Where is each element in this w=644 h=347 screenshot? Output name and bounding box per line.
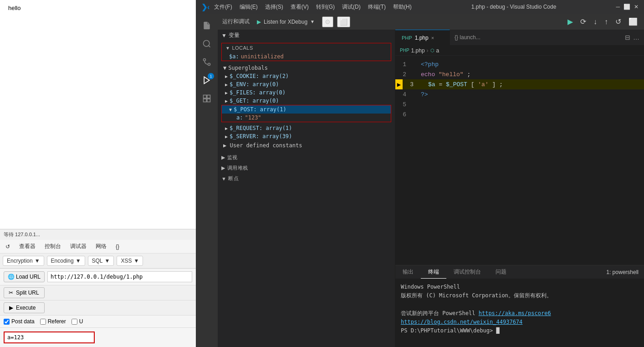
term-line-1: 版权所有 (C) Microsoft Corporation。保留所有权利。 [401,291,639,300]
request-arrow-icon: ▶ [225,126,228,131]
get-label: $_GET: array(0) [230,98,279,104]
reload-icon[interactable]: ↺ [3,243,13,251]
term-line-0: Windows PowerShell [401,283,639,291]
get-item[interactable]: ▶ $_GET: array(0) [218,97,395,105]
line-num-3: 3 [403,81,421,88]
env-item[interactable]: ▶ $_ENV: array(0) [218,80,395,88]
restart-button[interactable]: ↺ [613,16,623,27]
activity-git-icon[interactable] [199,54,215,70]
server-item[interactable]: ▶ $_SERVER: array(39) [218,132,395,140]
main-split: 运行和调试 ▶ Listen for XDebug ▼ ⚙ ⬜ ▶ ⟳ ↓ ↑ … [218,14,644,347]
play-icon: ▶ [257,19,261,25]
execute-button[interactable]: ▶ Execute [4,302,45,313]
menu-terminal[interactable]: 终端(T) [368,3,386,11]
useragent-checkbox[interactable] [72,319,77,325]
url-input[interactable] [47,271,192,282]
superglobals-arrow-icon: ▼ [223,65,226,71]
post-a-item[interactable]: a: "123" [222,114,391,122]
checkboxes-row: Post data Referer U [0,316,196,328]
menu-help[interactable]: 帮助(H) [393,3,412,11]
referer-checkbox[interactable] [40,319,46,325]
step-into-button[interactable]: ↓ [592,17,599,27]
debug-window-icon[interactable]: ⬜ [337,16,350,27]
post-data-label: Post data [11,318,35,325]
post-box: ▼ $_POST: array(1) a: "123" [221,105,391,122]
breadcrumb-class[interactable]: a [436,47,440,54]
sql-label: SQL [92,258,103,264]
tab-close-icon[interactable]: × [431,35,434,41]
callstack-label: 调用堆栈 [227,165,248,171]
close-window-icon[interactable]: ✕ [634,4,639,10]
menu-view[interactable]: 查看(V) [291,3,309,11]
term-line-2 [401,300,639,309]
activity-search-icon[interactable] [199,36,215,52]
menu-file[interactable]: 文件(F) [214,3,232,11]
useragent-checkbox-label[interactable]: U [72,318,83,325]
breakpoints-header[interactable]: ▼ 断点 [218,173,395,184]
terminal-panel: 输出 终端 调试控制台 问题 1: powershell Windows Pow… [395,265,644,347]
listen-xdebug-dropdown[interactable]: ▶ Listen for XDebug ▼ [253,19,318,25]
post-data-input[interactable] [4,331,95,343]
activity-extensions-icon[interactable] [199,90,215,107]
debug-settings-icon[interactable]: ⚙ [322,16,333,27]
maximize-icon[interactable]: ⬜ [624,4,630,10]
bracket-close: ] [492,81,496,88]
sql-dropdown[interactable]: SQL ▼ [88,256,114,266]
split-editor-icon[interactable]: ⊟ [625,34,630,41]
split-url-button[interactable]: ✂ Split URL [4,287,45,298]
split-url-icon: ✂ [8,290,14,296]
cookie-arrow-icon: ▶ [225,74,228,79]
menu-goto[interactable]: 转到(G) [316,3,335,11]
more-actions-icon[interactable]: … [633,34,639,41]
cookie-item[interactable]: ▶ $_COOKIE: array(2) [218,72,395,80]
locals-a-item[interactable]: $a: uninitialized [222,52,391,61]
encryption-dropdown[interactable]: Encryption ▼ [3,256,44,266]
encoding-dropdown[interactable]: Encoding ▼ [47,256,85,266]
referer-checkbox-label[interactable]: Referer [40,318,66,325]
tab-output[interactable]: 输出 [395,265,421,279]
post-data-checkbox[interactable] [4,319,10,325]
viewer-btn[interactable]: 查看器 [16,242,38,251]
menu-debug[interactable]: 调试(D) [342,3,361,11]
line-num-1: 1 [395,61,414,68]
echo-string: "hello" [439,71,464,78]
other-btn[interactable]: {} [113,243,122,251]
tab-1php[interactable]: PHP 1.php × [395,30,450,45]
step-over-button[interactable]: ⟳ [578,16,588,27]
activity-files-icon[interactable] [199,17,215,34]
load-url-button[interactable]: 🌐 Load URL [4,271,45,282]
request-item[interactable]: ▶ $_REQUEST: array(1) [218,124,395,132]
term-link-csdn[interactable]: https://blog.csdn.net/weixin_44937674 [401,319,522,325]
variables-section-header[interactable]: ▼ 变量 [218,30,395,41]
line-3-content: $a = $_POST [ 'a' ] ; [428,81,503,88]
breadcrumb-file[interactable]: 1.php [411,47,425,54]
minimize-icon[interactable]: ─ [616,4,620,10]
activity-debug-icon[interactable]: 1 [199,72,215,88]
network-btn[interactable]: 网络 [93,242,109,251]
xss-dropdown[interactable]: XSS ▼ [117,256,143,266]
console-btn[interactable]: 控制台 [42,242,64,251]
callstack-header[interactable]: ▶ 调用堆栈 [218,163,395,173]
term-link-pscore[interactable]: https://aka.ms/pscore6 [479,310,551,316]
tab-terminal[interactable]: 终端 [421,265,446,279]
menu-select[interactable]: 选择(S) [265,3,283,11]
step-out-button[interactable]: ↑ [603,17,610,27]
tab-launch[interactable]: {} launch... [450,30,485,45]
post-data-checkbox-label[interactable]: Post data [4,318,35,325]
monitor-header[interactable]: ▶ 监视 [218,152,395,163]
user-defined-header[interactable]: ▶ User defined constants [218,141,395,150]
superglobals-section: ▼ Superglobals ▶ $_COOKIE: array(2) ▶ $_… [218,63,395,141]
locals-header[interactable]: ▼ Locals [222,43,391,52]
class-icon: ⬡ [430,48,434,53]
files-item[interactable]: ▶ $_FILES: array(0) [218,88,395,97]
server-arrow-icon: ▶ [225,134,228,139]
superglobals-header[interactable]: ▼ Superglobals [218,64,395,72]
stop-button[interactable]: ⬜ [627,16,639,27]
continue-button[interactable]: ▶ [566,16,575,27]
post-item[interactable]: ▼ $_POST: array(1) [222,105,391,114]
debugger-btn[interactable]: 调试器 [67,242,89,251]
menu-edit[interactable]: 编辑(E) [240,3,258,11]
env-arrow-icon: ▶ [225,82,228,87]
tab-problems[interactable]: 问题 [488,265,514,279]
tab-debug-console[interactable]: 调试控制台 [446,265,488,279]
